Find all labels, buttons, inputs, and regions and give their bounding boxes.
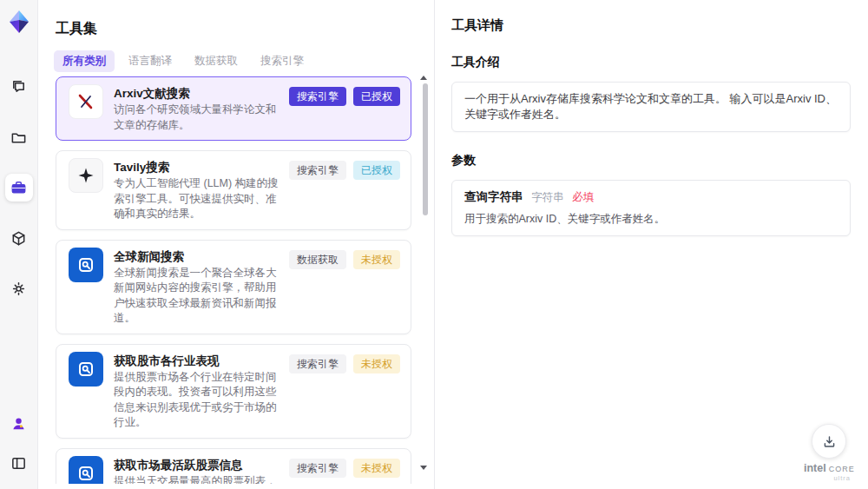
status-badge: 未授权 [353, 459, 400, 478]
cube-icon [10, 230, 27, 247]
tavily-star-icon [69, 158, 103, 193]
intel-core-logo: intelcore [804, 463, 854, 474]
category-tabs: 所有类别 语言翻译 数据获取 搜索引擎 [54, 50, 312, 72]
intro-box: 一个用于从Arxiv存储库搜索科学论文和文章的工具。 输入可以是Arxiv ID… [451, 82, 851, 132]
app-logo-gem-icon[interactable] [6, 9, 32, 35]
tool-name: 获取市场最活跃股票信息 [114, 457, 280, 473]
news-search-icon [69, 248, 103, 282]
param-type: 字符串 [531, 191, 564, 203]
user-avatar-icon [10, 415, 27, 432]
brand-sub-label: ultra [804, 474, 854, 482]
brand-core: core [829, 462, 855, 474]
sidebar-item-packages[interactable] [5, 224, 33, 252]
toolset-title: 工具集 [56, 20, 97, 38]
category-badge: 搜索引擎 [289, 459, 346, 478]
scroll-up-arrow[interactable] [420, 76, 427, 80]
bottom-right-area: intelcore ultra [804, 424, 854, 482]
news-search-icon [69, 456, 103, 485]
tool-description: 提供股票市场各个行业在特定时间段内的表现。投资者可以利用这些信息来识别表现优于或… [114, 370, 280, 431]
status-badge: 已授权 [353, 161, 400, 180]
category-badge: 搜索引擎 [289, 87, 346, 106]
tool-card-tavily[interactable]: Tavily搜索 专为人工智能代理 (LLM) 构建的搜索引擎工具。可快速提供实… [56, 150, 411, 230]
tool-description: 专为人工智能代理 (LLM) 构建的搜索引擎工具。可快速提供实时、准确和真实的结… [114, 176, 280, 222]
briefcase-icon [10, 180, 27, 196]
tool-detail-panel: 工具详情 工具介绍 一个用于从Arxiv存储库搜索科学论文和文章的工具。 输入可… [436, 0, 868, 489]
tab-all-categories[interactable]: 所有类别 [54, 50, 115, 72]
tool-list: Arxiv文献搜索 访问各个研究领域大量科学论文和文章的存储库。 搜索引擎 已授… [56, 76, 411, 484]
folder-icon [10, 129, 27, 146]
sidebar-item-account[interactable] [5, 409, 33, 437]
chat-icon [10, 79, 27, 96]
param-required-badge: 必填 [572, 191, 594, 203]
intro-text: 一个用于从Arxiv存储库搜索科学论文和文章的工具。 输入可以是Arxiv ID… [464, 91, 838, 122]
left-sidebar [0, 0, 38, 489]
category-badge: 搜索引擎 [289, 161, 346, 180]
tool-description: 提供当天交易量最高的股票列表，投资者可以利用这些信息来识别流动性强的股票和潜在的… [114, 474, 280, 485]
sidebar-item-tools[interactable] [5, 174, 33, 202]
download-icon [822, 434, 837, 449]
tab-data-fetch[interactable]: 数据获取 [186, 50, 247, 72]
sidebar-bottom [5, 409, 33, 477]
tab-search-engine[interactable]: 搜索引擎 [252, 50, 312, 72]
news-search-icon [69, 352, 103, 387]
sidebar-item-settings[interactable] [5, 274, 33, 302]
scrollbar-thumb[interactable] [423, 83, 428, 215]
brand-intel: intel [804, 462, 826, 474]
arxiv-icon [69, 84, 103, 119]
category-badge: 数据获取 [289, 250, 346, 269]
tool-name: Tavily搜索 [114, 159, 280, 175]
tab-translation[interactable]: 语言翻译 [120, 50, 181, 72]
tool-description: 全球新闻搜索是一个聚合全球各大新闻网站内容的搜索引擎，帮助用户快速获取全球最新资… [114, 266, 280, 327]
param-description: 用于搜索的Arxiv ID、关键字或作者姓名。 [464, 212, 838, 227]
tool-card-arxiv[interactable]: Arxiv文献搜索 访问各个研究领域大量科学论文和文章的存储库。 搜索引擎 已授… [56, 76, 411, 141]
tool-name: 获取股市各行业表现 [114, 353, 280, 369]
category-badge: 搜索引擎 [289, 354, 346, 373]
params-heading: 参数 [451, 153, 851, 169]
detail-title: 工具详情 [451, 17, 851, 34]
status-badge: 未授权 [353, 250, 400, 269]
sidebar-item-chat[interactable] [5, 73, 33, 101]
param-name: 查询字符串 [464, 190, 523, 203]
sidebar-item-files[interactable] [5, 123, 33, 151]
intro-heading: 工具介绍 [451, 55, 851, 70]
tool-card-global-news[interactable]: 全球新闻搜索 全球新闻搜索是一个聚合全球各大新闻网站内容的搜索引擎，帮助用户快速… [56, 240, 411, 334]
layout-panel-icon [10, 455, 27, 472]
tool-card-most-active-stocks[interactable]: 获取市场最活跃股票信息 提供当天交易量最高的股票列表，投资者可以利用这些信息来识… [56, 448, 411, 485]
app-window: 工具集 所有类别 语言翻译 数据获取 搜索引擎 Arxiv文献搜索 访问各个研究… [0, 0, 868, 489]
toolset-panel: 工具集 所有类别 语言翻译 数据获取 搜索引擎 Arxiv文献搜索 访问各个研究… [38, 0, 435, 489]
status-badge: 未授权 [353, 354, 400, 373]
tool-description: 访问各个研究领域大量科学论文和文章的存储库。 [114, 102, 280, 133]
tool-name: Arxiv文献搜索 [114, 85, 280, 102]
sidebar-item-collapse[interactable] [5, 449, 33, 477]
tool-card-sector-performance[interactable]: 获取股市各行业表现 提供股票市场各个行业在特定时间段内的表现。投资者可以利用这些… [56, 344, 411, 439]
download-button[interactable] [812, 424, 846, 459]
param-box: 查询字符串 字符串 必填 用于搜索的Arxiv ID、关键字或作者姓名。 [451, 180, 851, 236]
gear-icon [10, 281, 27, 297]
status-badge: 已授权 [353, 87, 400, 106]
scroll-down-arrow[interactable] [420, 466, 427, 470]
tool-name: 全球新闻搜索 [114, 248, 280, 265]
